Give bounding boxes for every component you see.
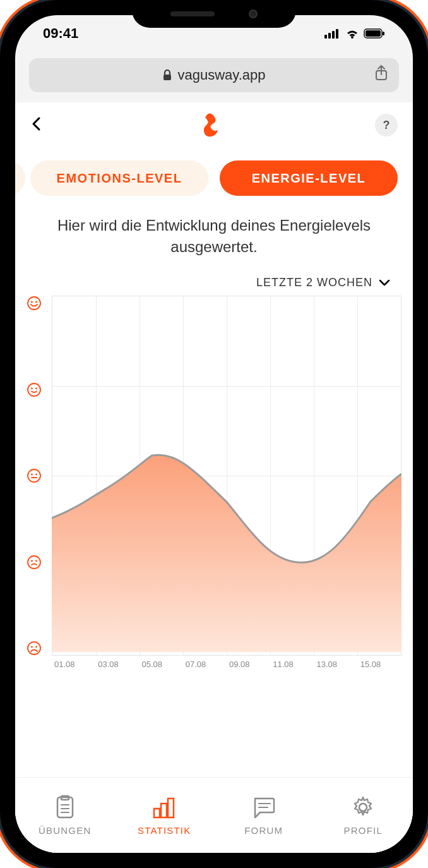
- share-button[interactable]: [374, 64, 389, 86]
- face-sad-icon: [27, 555, 42, 570]
- face-neutral-icon: [27, 468, 42, 483]
- svg-point-19: [28, 556, 40, 569]
- app-header: ?: [15, 102, 413, 148]
- nav-forum[interactable]: FORUM: [214, 778, 314, 853]
- face-happy-icon: [27, 382, 42, 397]
- face-very-sad-icon: [27, 641, 42, 656]
- svg-rect-32: [168, 799, 174, 817]
- chart-area-svg: [52, 296, 401, 652]
- svg-point-22: [28, 642, 40, 654]
- clock: 09:41: [43, 25, 78, 42]
- nav-label: STATISTIK: [138, 825, 191, 836]
- browser-url-bar[interactable]: vagusway.app: [29, 58, 399, 92]
- svg-point-11: [35, 301, 37, 303]
- svg-rect-7: [163, 75, 171, 80]
- svg-point-16: [31, 474, 33, 476]
- svg-point-20: [31, 560, 33, 562]
- energy-chart: 01.08 03.08 05.08 07.08 09.08 11.08 13.0…: [27, 296, 401, 675]
- chevron-down-icon: [379, 279, 390, 287]
- logo-icon: [199, 109, 229, 139]
- svg-point-24: [35, 646, 37, 648]
- svg-rect-6: [383, 32, 384, 35]
- nav-label: PROFIL: [344, 825, 383, 836]
- svg-point-21: [35, 560, 37, 562]
- wifi-icon: [345, 28, 360, 39]
- svg-point-13: [31, 387, 33, 389]
- x-tick: 05.08: [140, 660, 183, 675]
- x-axis-labels: 01.08 03.08 05.08 07.08 09.08 11.08 13.0…: [52, 660, 401, 675]
- help-button[interactable]: ?: [375, 114, 398, 136]
- clipboard-icon: [54, 795, 76, 820]
- svg-point-35: [359, 804, 367, 811]
- svg-point-15: [28, 469, 40, 482]
- svg-rect-5: [366, 30, 381, 37]
- svg-point-9: [28, 297, 40, 310]
- nav-uebungen[interactable]: ÜBUNGEN: [15, 778, 115, 853]
- gear-icon: [350, 795, 376, 820]
- x-tick: 09.08: [227, 660, 270, 675]
- svg-rect-30: [154, 809, 160, 817]
- tab-prev-peek[interactable]: [15, 160, 25, 196]
- x-tick: 07.08: [183, 660, 227, 675]
- nav-statistik[interactable]: STATISTIK: [115, 778, 215, 853]
- svg-point-17: [35, 474, 37, 476]
- chevron-left-icon: [30, 116, 42, 131]
- app-content: ? EMOTIONS-LEVEL ENERGIE-LEVEL Hier wird…: [15, 102, 413, 853]
- x-tick: 15.08: [358, 660, 401, 675]
- svg-point-10: [31, 301, 33, 303]
- range-label: LETZTE 2 WOCHEN: [256, 276, 372, 289]
- tabs: EMOTIONS-LEVEL ENERGIE-LEVEL: [15, 148, 413, 205]
- bottom-nav: ÜBUNGEN STATISTIK FORUM PROFIL: [15, 777, 413, 853]
- svg-rect-31: [161, 804, 167, 817]
- area-fill: [52, 455, 401, 652]
- phone-frame: 09:41 vagusway.app ?: [0, 0, 428, 868]
- svg-point-23: [31, 646, 33, 648]
- nav-label: FORUM: [244, 825, 283, 836]
- x-tick: 03.08: [95, 660, 139, 675]
- bar-chart-icon: [152, 795, 177, 820]
- battery-icon: [364, 28, 385, 39]
- svg-rect-3: [336, 29, 338, 39]
- description-text: Hier wird die Entwicklung deines Energie…: [15, 205, 413, 276]
- tab-energy[interactable]: ENERGIE-LEVEL: [220, 160, 398, 196]
- tab-emotions[interactable]: EMOTIONS-LEVEL: [30, 160, 208, 196]
- app-logo: [199, 109, 229, 142]
- y-axis-faces: [27, 296, 48, 656]
- x-tick: 13.08: [314, 660, 358, 675]
- device-notch: [132, 0, 296, 28]
- svg-point-12: [28, 383, 40, 396]
- x-tick: 11.08: [270, 660, 314, 675]
- face-very-happy-icon: [27, 296, 42, 311]
- url-text: vagusway.app: [177, 67, 265, 83]
- status-icons: [324, 28, 385, 39]
- lock-icon: [162, 69, 172, 81]
- chat-icon: [251, 795, 276, 820]
- back-button[interactable]: [30, 116, 42, 134]
- nav-label: ÜBUNGEN: [39, 825, 91, 836]
- svg-rect-1: [328, 33, 331, 39]
- svg-rect-0: [324, 35, 327, 39]
- screen: 09:41 vagusway.app ?: [15, 15, 413, 853]
- svg-rect-2: [332, 31, 335, 39]
- nav-profil[interactable]: PROFIL: [314, 778, 413, 853]
- share-icon: [374, 64, 389, 82]
- signal-icon: [324, 28, 341, 39]
- range-dropdown[interactable]: LETZTE 2 WOCHEN: [15, 276, 413, 296]
- x-tick: 01.08: [52, 660, 95, 675]
- svg-point-14: [35, 387, 37, 389]
